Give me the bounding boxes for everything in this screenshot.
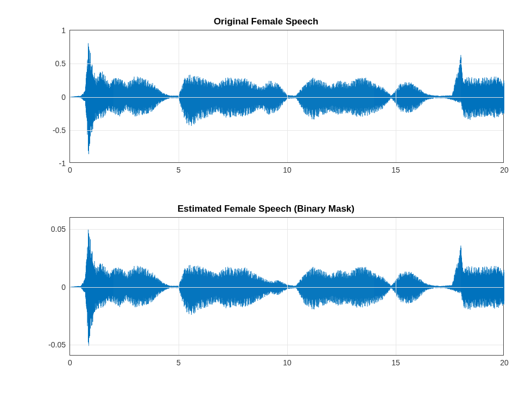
- y-tick-label: -1: [59, 159, 66, 168]
- y-tick-label: 0: [61, 93, 66, 102]
- y-tick-label: 0: [61, 283, 66, 292]
- grid-line: [70, 229, 503, 230]
- x-tick-label: 0: [68, 358, 72, 367]
- x-tick-label: 15: [391, 358, 400, 367]
- y-tick-label: 0.05: [51, 225, 66, 233]
- grid-line: [287, 30, 288, 162]
- y-tick-label: 0.5: [55, 59, 66, 68]
- x-tick-label: 5: [176, 358, 181, 367]
- grid-line: [396, 218, 396, 355]
- x-tick-label: 10: [283, 166, 292, 174]
- grid-line: [70, 287, 503, 288]
- grid-line: [70, 97, 503, 98]
- axes-1: 05101520-1-0.500.51: [69, 30, 504, 163]
- x-tick-label: 20: [500, 166, 509, 174]
- axes-2: 05101520-0.0500.05: [69, 217, 504, 356]
- figure: Original Female Speech 05101520-1-0.500.…: [0, 0, 532, 399]
- grid-line: [179, 30, 179, 162]
- grid-line: [70, 130, 503, 131]
- x-tick-label: 20: [500, 358, 509, 367]
- x-tick-label: 10: [283, 358, 292, 367]
- y-tick-label: -0.05: [48, 340, 66, 349]
- chart-title-1: Original Female Speech: [0, 16, 532, 27]
- grid-line: [179, 218, 179, 355]
- x-tick-label: 0: [68, 166, 72, 174]
- chart-title-2: Estimated Female Speech (Binary Mask): [0, 204, 532, 214]
- y-tick-label: -0.5: [53, 126, 66, 135]
- y-tick-label: 1: [61, 26, 66, 35]
- grid-line: [70, 345, 503, 345]
- grid-line: [287, 218, 288, 355]
- x-tick-label: 5: [176, 166, 181, 174]
- grid-line: [396, 30, 396, 162]
- x-tick-label: 15: [391, 166, 400, 174]
- grid-line: [70, 64, 503, 64]
